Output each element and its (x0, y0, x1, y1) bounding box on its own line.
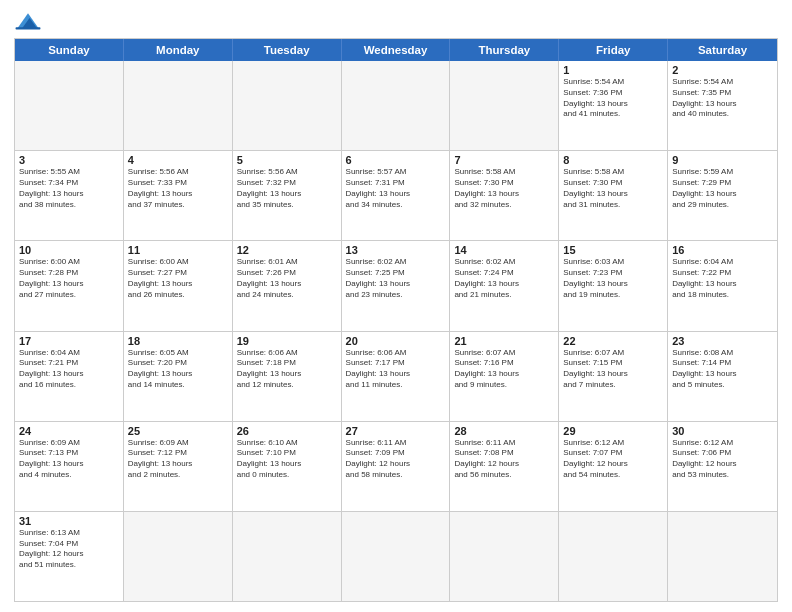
day-info: Sunrise: 6:05 AM Sunset: 7:20 PM Dayligh… (128, 348, 228, 391)
day-info: Sunrise: 5:59 AM Sunset: 7:29 PM Dayligh… (672, 167, 773, 210)
day-number: 10 (19, 244, 119, 256)
day-cell-21: 21Sunrise: 6:07 AM Sunset: 7:16 PM Dayli… (450, 332, 559, 421)
day-number: 3 (19, 154, 119, 166)
day-info: Sunrise: 5:56 AM Sunset: 7:32 PM Dayligh… (237, 167, 337, 210)
day-info: Sunrise: 6:09 AM Sunset: 7:13 PM Dayligh… (19, 438, 119, 481)
day-number: 12 (237, 244, 337, 256)
day-info: Sunrise: 6:01 AM Sunset: 7:26 PM Dayligh… (237, 257, 337, 300)
empty-cell (668, 512, 777, 601)
day-number: 19 (237, 335, 337, 347)
day-cell-2: 2Sunrise: 5:54 AM Sunset: 7:35 PM Daylig… (668, 61, 777, 150)
day-number: 4 (128, 154, 228, 166)
day-info: Sunrise: 6:04 AM Sunset: 7:21 PM Dayligh… (19, 348, 119, 391)
calendar-row-3: 17Sunrise: 6:04 AM Sunset: 7:21 PM Dayli… (15, 331, 777, 421)
calendar-row-2: 10Sunrise: 6:00 AM Sunset: 7:28 PM Dayli… (15, 240, 777, 330)
header-day-monday: Monday (124, 39, 233, 61)
day-number: 17 (19, 335, 119, 347)
day-info: Sunrise: 6:07 AM Sunset: 7:15 PM Dayligh… (563, 348, 663, 391)
empty-cell (233, 61, 342, 150)
day-info: Sunrise: 6:00 AM Sunset: 7:27 PM Dayligh… (128, 257, 228, 300)
day-info: Sunrise: 6:03 AM Sunset: 7:23 PM Dayligh… (563, 257, 663, 300)
day-cell-1: 1Sunrise: 5:54 AM Sunset: 7:36 PM Daylig… (559, 61, 668, 150)
day-cell-26: 26Sunrise: 6:10 AM Sunset: 7:10 PM Dayli… (233, 422, 342, 511)
day-number: 25 (128, 425, 228, 437)
day-cell-27: 27Sunrise: 6:11 AM Sunset: 7:09 PM Dayli… (342, 422, 451, 511)
day-info: Sunrise: 6:00 AM Sunset: 7:28 PM Dayligh… (19, 257, 119, 300)
svg-rect-2 (16, 27, 41, 29)
day-cell-22: 22Sunrise: 6:07 AM Sunset: 7:15 PM Dayli… (559, 332, 668, 421)
day-info: Sunrise: 5:57 AM Sunset: 7:31 PM Dayligh… (346, 167, 446, 210)
day-cell-6: 6Sunrise: 5:57 AM Sunset: 7:31 PM Daylig… (342, 151, 451, 240)
day-cell-5: 5Sunrise: 5:56 AM Sunset: 7:32 PM Daylig… (233, 151, 342, 240)
empty-cell (450, 61, 559, 150)
day-cell-12: 12Sunrise: 6:01 AM Sunset: 7:26 PM Dayli… (233, 241, 342, 330)
empty-cell (15, 61, 124, 150)
day-info: Sunrise: 6:10 AM Sunset: 7:10 PM Dayligh… (237, 438, 337, 481)
day-number: 2 (672, 64, 773, 76)
day-cell-18: 18Sunrise: 6:05 AM Sunset: 7:20 PM Dayli… (124, 332, 233, 421)
day-number: 30 (672, 425, 773, 437)
day-info: Sunrise: 6:02 AM Sunset: 7:25 PM Dayligh… (346, 257, 446, 300)
day-cell-29: 29Sunrise: 6:12 AM Sunset: 7:07 PM Dayli… (559, 422, 668, 511)
calendar-row-0: 1Sunrise: 5:54 AM Sunset: 7:36 PM Daylig… (15, 61, 777, 150)
day-cell-13: 13Sunrise: 6:02 AM Sunset: 7:25 PM Dayli… (342, 241, 451, 330)
day-info: Sunrise: 6:11 AM Sunset: 7:08 PM Dayligh… (454, 438, 554, 481)
day-cell-20: 20Sunrise: 6:06 AM Sunset: 7:17 PM Dayli… (342, 332, 451, 421)
day-info: Sunrise: 6:06 AM Sunset: 7:18 PM Dayligh… (237, 348, 337, 391)
day-cell-19: 19Sunrise: 6:06 AM Sunset: 7:18 PM Dayli… (233, 332, 342, 421)
header-day-friday: Friday (559, 39, 668, 61)
day-number: 22 (563, 335, 663, 347)
empty-cell (342, 512, 451, 601)
day-info: Sunrise: 6:12 AM Sunset: 7:06 PM Dayligh… (672, 438, 773, 481)
day-number: 29 (563, 425, 663, 437)
header-day-saturday: Saturday (668, 39, 777, 61)
day-cell-25: 25Sunrise: 6:09 AM Sunset: 7:12 PM Dayli… (124, 422, 233, 511)
day-info: Sunrise: 5:55 AM Sunset: 7:34 PM Dayligh… (19, 167, 119, 210)
day-cell-15: 15Sunrise: 6:03 AM Sunset: 7:23 PM Dayli… (559, 241, 668, 330)
header (14, 10, 778, 32)
day-number: 26 (237, 425, 337, 437)
day-number: 18 (128, 335, 228, 347)
day-info: Sunrise: 6:02 AM Sunset: 7:24 PM Dayligh… (454, 257, 554, 300)
day-number: 28 (454, 425, 554, 437)
empty-cell (342, 61, 451, 150)
day-cell-3: 3Sunrise: 5:55 AM Sunset: 7:34 PM Daylig… (15, 151, 124, 240)
day-info: Sunrise: 5:54 AM Sunset: 7:35 PM Dayligh… (672, 77, 773, 120)
day-number: 21 (454, 335, 554, 347)
day-info: Sunrise: 6:12 AM Sunset: 7:07 PM Dayligh… (563, 438, 663, 481)
day-cell-11: 11Sunrise: 6:00 AM Sunset: 7:27 PM Dayli… (124, 241, 233, 330)
day-number: 15 (563, 244, 663, 256)
empty-cell (233, 512, 342, 601)
day-cell-23: 23Sunrise: 6:08 AM Sunset: 7:14 PM Dayli… (668, 332, 777, 421)
day-cell-16: 16Sunrise: 6:04 AM Sunset: 7:22 PM Dayli… (668, 241, 777, 330)
day-cell-8: 8Sunrise: 5:58 AM Sunset: 7:30 PM Daylig… (559, 151, 668, 240)
day-info: Sunrise: 6:09 AM Sunset: 7:12 PM Dayligh… (128, 438, 228, 481)
calendar-row-5: 31Sunrise: 6:13 AM Sunset: 7:04 PM Dayli… (15, 511, 777, 601)
day-number: 9 (672, 154, 773, 166)
day-info: Sunrise: 6:11 AM Sunset: 7:09 PM Dayligh… (346, 438, 446, 481)
header-day-wednesday: Wednesday (342, 39, 451, 61)
header-day-tuesday: Tuesday (233, 39, 342, 61)
day-number: 1 (563, 64, 663, 76)
empty-cell (124, 512, 233, 601)
day-cell-24: 24Sunrise: 6:09 AM Sunset: 7:13 PM Dayli… (15, 422, 124, 511)
day-number: 14 (454, 244, 554, 256)
day-info: Sunrise: 6:13 AM Sunset: 7:04 PM Dayligh… (19, 528, 119, 571)
day-cell-7: 7Sunrise: 5:58 AM Sunset: 7:30 PM Daylig… (450, 151, 559, 240)
day-info: Sunrise: 5:54 AM Sunset: 7:36 PM Dayligh… (563, 77, 663, 120)
day-cell-17: 17Sunrise: 6:04 AM Sunset: 7:21 PM Dayli… (15, 332, 124, 421)
day-number: 5 (237, 154, 337, 166)
calendar-row-4: 24Sunrise: 6:09 AM Sunset: 7:13 PM Dayli… (15, 421, 777, 511)
empty-cell (559, 512, 668, 601)
day-number: 27 (346, 425, 446, 437)
day-number: 6 (346, 154, 446, 166)
page: SundayMondayTuesdayWednesdayThursdayFrid… (0, 0, 792, 612)
empty-cell (450, 512, 559, 601)
day-info: Sunrise: 5:58 AM Sunset: 7:30 PM Dayligh… (563, 167, 663, 210)
day-number: 23 (672, 335, 773, 347)
day-info: Sunrise: 6:04 AM Sunset: 7:22 PM Dayligh… (672, 257, 773, 300)
day-info: Sunrise: 6:07 AM Sunset: 7:16 PM Dayligh… (454, 348, 554, 391)
day-number: 31 (19, 515, 119, 527)
day-number: 20 (346, 335, 446, 347)
calendar-body: 1Sunrise: 5:54 AM Sunset: 7:36 PM Daylig… (15, 61, 777, 601)
